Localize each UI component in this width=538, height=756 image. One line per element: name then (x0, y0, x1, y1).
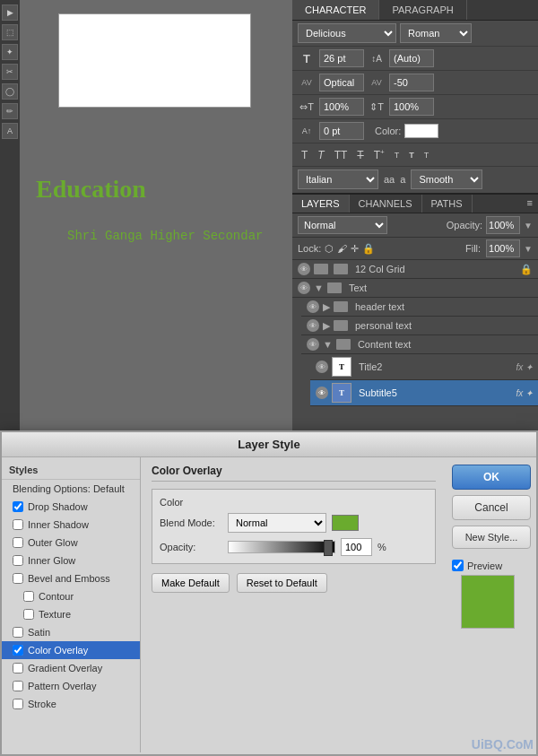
style-stroke[interactable]: Stroke (2, 695, 140, 713)
toolbar-icon-2[interactable]: ⬚ (2, 24, 18, 40)
style-drop-shadow[interactable]: Drop Shadow (2, 498, 140, 516)
layer-content-text[interactable]: 👁 ▼ Content text (301, 335, 538, 354)
style-color-overlay[interactable]: Color Overlay (2, 641, 140, 659)
checkbox-stroke[interactable] (13, 699, 23, 709)
checkbox-satin[interactable] (13, 627, 23, 638)
dialog-title: Layer Style (2, 432, 536, 457)
font-size-input[interactable] (319, 49, 364, 67)
style-contour[interactable]: Contour (2, 587, 140, 605)
style-inner-shadow[interactable]: Inner Shadow (2, 516, 140, 534)
blend-mode-select[interactable]: Normal (298, 216, 387, 234)
style-pattern-overlay[interactable]: Pattern Overlay (2, 677, 140, 695)
h-scale-input[interactable] (319, 98, 364, 116)
stroke-label: Stroke (28, 699, 56, 709)
style-gradient-overlay[interactable]: Gradient Overlay (2, 659, 140, 677)
checkbox-color-overlay[interactable] (13, 645, 23, 656)
checkbox-pattern-overlay[interactable] (13, 681, 23, 691)
checkbox-contour[interactable] (23, 591, 34, 602)
toolbar-icon-4[interactable]: ✂ (2, 64, 18, 80)
lock-move[interactable]: ✛ (351, 243, 359, 255)
ok-button[interactable]: OK (452, 465, 531, 490)
color-overlay-swatch[interactable] (332, 515, 359, 531)
color-picker[interactable] (404, 124, 438, 138)
opacity-input[interactable] (486, 216, 520, 234)
leading-input[interactable] (389, 49, 434, 67)
eye-icon-text[interactable]: 👁 (298, 282, 310, 294)
opacity-label-dialog: Opacity: (160, 542, 222, 552)
v-scale-input[interactable] (389, 98, 434, 116)
new-style-button[interactable]: New Style... (452, 526, 531, 549)
expand-header[interactable]: ▶ (323, 301, 330, 313)
opacity-arrow[interactable]: ▼ (524, 221, 533, 230)
toolbar-icon-7[interactable]: A (2, 123, 18, 139)
format-TT[interactable]: TT (331, 147, 351, 163)
expand-text[interactable]: ▼ (314, 282, 324, 293)
checkbox-inner-shadow[interactable] (13, 519, 23, 530)
kerning-input[interactable] (319, 74, 364, 91)
tab-paragraph[interactable]: PARAGRAPH (379, 0, 466, 20)
format-T-frac[interactable]: T (421, 149, 433, 161)
baseline-input[interactable] (319, 122, 364, 140)
layer-12col[interactable]: 👁 12 Col Grid 🔒 (292, 260, 538, 279)
format-T-italic[interactable]: T (314, 147, 327, 163)
font-style-select[interactable]: Roman (400, 23, 472, 43)
make-default-button[interactable]: Make Default (152, 573, 230, 593)
tab-character[interactable]: CHARACTER (292, 0, 379, 20)
style-blending-options[interactable]: Blending Options: Default (2, 480, 140, 498)
layer-title2[interactable]: 👁 T Title2 fx ✦ (310, 354, 538, 380)
toolbar-icon-6[interactable]: ✏ (2, 103, 18, 119)
opacity-slider-thumb[interactable] (324, 540, 333, 556)
reset-default-button[interactable]: Reset to Default (237, 573, 327, 593)
eye-icon-content[interactable]: 👁 (307, 338, 319, 351)
layers-menu[interactable]: ≡ (522, 195, 538, 213)
style-outer-glow[interactable]: Outer Glow (2, 534, 140, 552)
preview-checkbox[interactable] (452, 560, 464, 571)
toolbar-icon-3[interactable]: ✦ (2, 44, 18, 60)
checkbox-gradient-overlay[interactable] (13, 663, 23, 673)
fill-arrow[interactable]: ▼ (524, 244, 533, 254)
eye-icon-header[interactable]: 👁 (307, 300, 319, 313)
tab-paths[interactable]: PATHS (422, 195, 473, 213)
tab-channels[interactable]: CHANNELS (350, 195, 422, 213)
eye-icon-title2[interactable]: 👁 (316, 361, 328, 373)
checkbox-inner-glow[interactable] (13, 555, 23, 566)
blend-mode-dialog-select[interactable]: Normal (228, 513, 326, 533)
checkbox-outer-glow[interactable] (13, 537, 23, 548)
layer-text[interactable]: 👁 ▼ Text (292, 279, 538, 298)
eye-icon-subtitle5[interactable]: 👁 (316, 387, 328, 399)
layer-subtitle5[interactable]: 👁 T Subtitle5 fx ✦ (310, 380, 538, 406)
checkbox-drop-shadow[interactable] (13, 501, 23, 512)
style-texture[interactable]: Texture (2, 605, 140, 623)
toolbar-icon-5[interactable]: ◯ (2, 83, 18, 100)
opacity-slider[interactable] (228, 541, 335, 553)
antialiasing-select[interactable]: Smooth (411, 169, 482, 189)
eye-icon-personal[interactable]: 👁 (307, 319, 319, 332)
canvas-area: ▶ ⬚ ✦ ✂ ◯ ✏ A Education Shri Ganga Highe… (0, 0, 292, 430)
eye-icon-12col[interactable]: 👁 (298, 263, 310, 275)
lock-paint[interactable]: 🖌 (337, 243, 347, 255)
format-T[interactable]: T (298, 147, 311, 163)
fill-input[interactable] (486, 239, 520, 257)
checkbox-texture[interactable] (23, 609, 34, 620)
lock-all[interactable]: 🔒 (362, 243, 375, 255)
expand-content[interactable]: ▼ (323, 339, 333, 350)
format-T-super[interactable]: T+ (370, 146, 388, 163)
style-inner-glow[interactable]: Inner Glow (2, 552, 140, 569)
format-T-sub[interactable]: T (391, 149, 404, 161)
format-T-caps[interactable]: T (405, 149, 418, 161)
cancel-button[interactable]: Cancel (452, 495, 531, 520)
opacity-value-input[interactable] (341, 538, 372, 556)
checkbox-bevel-emboss[interactable] (13, 573, 23, 584)
toolbar-icon-1[interactable]: ▶ (2, 4, 18, 21)
layer-header-text[interactable]: 👁 ▶ header text (301, 298, 538, 317)
tracking-input[interactable] (389, 74, 434, 91)
lock-transparent[interactable]: ⬡ (325, 243, 334, 255)
expand-personal[interactable]: ▶ (323, 320, 330, 332)
language-select[interactable]: Italian (298, 169, 378, 189)
tab-layers[interactable]: LAYERS (292, 195, 350, 213)
font-name-select[interactable]: Delicious (298, 23, 396, 43)
style-bevel-emboss[interactable]: Bevel and Emboss (2, 569, 140, 587)
layer-personal-text[interactable]: 👁 ▶ personal text (301, 317, 538, 335)
style-satin[interactable]: Satin (2, 623, 140, 641)
format-T-strike[interactable]: T (353, 147, 367, 163)
